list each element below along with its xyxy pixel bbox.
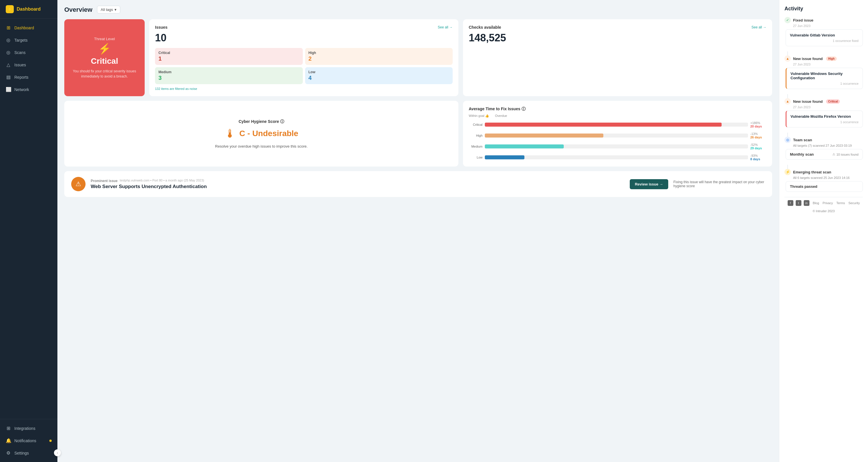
sidebar-item-issues[interactable]: △ Issues — [0, 59, 57, 71]
sidebar-logo-text: Dashboard — [17, 7, 41, 12]
avg-time-subtitle: Within goal 👍 Overdue — [469, 114, 766, 118]
activity-type-label: New issue found — [793, 99, 823, 104]
medium-label: Medium — [158, 70, 299, 74]
threat-level-text: Critical — [91, 57, 118, 66]
avg-row-critical: Critical +186% 20 days — [469, 121, 766, 128]
sidebar-item-reports[interactable]: ▤ Reports — [0, 71, 57, 83]
scan-name: Monthly scan — [790, 152, 814, 156]
activity-card-sub: 1 occurrence — [790, 82, 859, 85]
hygiene-title: Cyber Hygiene Score ⓘ — [239, 119, 284, 124]
medium-count: 3 — [158, 75, 299, 81]
page-title: Overview — [64, 6, 92, 13]
checks-available-card: Checks available See all → 148,525 — [463, 19, 772, 96]
low-label: Low — [309, 70, 450, 74]
main-header: Overview All tags ▾ — [64, 6, 772, 13]
security-link[interactable]: Security — [848, 201, 860, 205]
linkedin-icon[interactable]: in — [804, 200, 809, 206]
sidebar-item-targets[interactable]: ◎ Targets — [0, 34, 57, 46]
terms-link[interactable]: Terms — [836, 201, 845, 205]
targets-icon: ◎ — [6, 37, 11, 43]
tag-filter-label: All tags — [101, 7, 113, 12]
activity-new-critical: ▲ New issue found Critical 27 Jun 2023 V… — [784, 98, 863, 127]
sidebar-item-notifications[interactable]: 🔔 Notifications — [0, 434, 57, 447]
privacy-link[interactable]: Privacy — [823, 201, 833, 205]
activity-card-title: Vulnerable Gitlab Version — [790, 33, 859, 37]
issues-total-count: 10 — [155, 32, 453, 44]
avg-row-medium: Medium -52% 29 days — [469, 143, 766, 150]
prominent-label: Prominent issue — [91, 179, 117, 183]
facebook-icon[interactable]: f — [787, 200, 794, 206]
issues-severity-grid: Critical 1 High 2 Medium 3 Low 4 — [155, 48, 453, 84]
medium-bar — [485, 145, 564, 149]
high-pct: -13% — [750, 132, 758, 135]
sidebar-item-integrations[interactable]: ⊞ Integrations — [0, 422, 57, 434]
high-label: High — [309, 51, 450, 55]
avg-time-header: Average Time to Fix Issues ⓘ — [469, 106, 766, 112]
sidebar-item-scans[interactable]: ◎ Scans — [0, 46, 57, 59]
sidebar-logo[interactable]: ⚡ Dashboard — [0, 0, 57, 19]
activity-item-header: ▲ New issue found Critical — [784, 98, 863, 104]
hygiene-score-row: 🌡 C - Undesirable — [224, 127, 298, 140]
high-count: 2 — [309, 55, 450, 62]
sidebar-item-network[interactable]: ⬜ Network — [0, 83, 57, 96]
activity-connector — [787, 133, 788, 137]
activity-item-header: ▲ New issue found High — [784, 55, 863, 62]
activity-card-high[interactable]: Vulnerable Windows Security Configuratio… — [786, 68, 863, 89]
activity-card-fixed[interactable]: Vulnerable Gitlab Version 1 occurrence f… — [786, 29, 863, 46]
medium-days: 29 days — [750, 147, 762, 150]
prominent-meta: testphp.vulnweb.com • Port 80 • a month … — [120, 179, 204, 182]
noise-filter-text: 132 items are filtered as noise — [155, 87, 453, 90]
new-issue-critical-icon: ▲ — [784, 98, 791, 104]
twitter-icon[interactable]: t — [796, 200, 801, 206]
activity-type-label: Emerging threat scan — [793, 170, 831, 174]
checks-see-all-link[interactable]: See all → — [751, 25, 766, 29]
checks-card-header: Checks available See all → — [469, 25, 766, 30]
sidebar-item-label: Notifications — [14, 438, 36, 443]
emerging-scan-card[interactable]: Threats passed — [786, 181, 863, 192]
low-row-label: Low — [469, 156, 483, 159]
team-scan-icon: ◎ — [784, 137, 791, 143]
critical-bar-container — [485, 123, 748, 127]
main-content: Overview All tags ▾ Threat Level ⚡ Criti… — [57, 0, 779, 462]
activity-team-scan: ◎ Team scan All targets (7) scanned 27 J… — [784, 137, 863, 160]
issues-card-header: Issues See all → — [155, 25, 453, 30]
low-bar — [485, 155, 524, 159]
sidebar-item-dashboard[interactable]: ⊞ Dashboard — [0, 22, 57, 34]
issues-card: Issues See all → 10 Critical 1 High 2 Me… — [149, 19, 458, 96]
medium-issues-box[interactable]: Medium 3 — [155, 67, 303, 84]
high-issues-box[interactable]: High 2 — [305, 48, 453, 65]
avg-row-low: Low -93% 8 days — [469, 154, 766, 161]
notifications-icon: 🔔 — [6, 438, 11, 443]
footer-links: f t in Blog Privacy Terms Security © Int… — [784, 197, 863, 216]
high-days: 26 days — [750, 135, 762, 139]
low-issues-box[interactable]: Low 4 — [305, 67, 453, 84]
low-days: 8 days — [750, 157, 760, 161]
sidebar-item-label: Reports — [14, 75, 28, 80]
copyright-text: © Intruder 2023 — [813, 209, 835, 213]
sidebar-collapse-button[interactable]: ‹ — [54, 450, 61, 456]
issues-found-text: 10 issues found — [836, 153, 859, 156]
activity-card-critical[interactable]: Vulnerable Mozilla Firefox Version 1 occ… — [786, 111, 863, 127]
threat-level-card: Threat Level ⚡ Critical You should fix y… — [64, 19, 145, 96]
reports-icon: ▤ — [6, 74, 11, 80]
sidebar-item-settings[interactable]: ⚙ Settings — [0, 447, 57, 459]
tag-filter-select[interactable]: All tags ▾ — [97, 6, 121, 13]
cyber-hygiene-card: Cyber Hygiene Score ⓘ 🌡 C - Undesirable … — [64, 101, 458, 166]
prominent-title: Web Server Supports Unencrypted Authenti… — [91, 184, 625, 189]
critical-issues-box[interactable]: Critical 1 — [155, 48, 303, 65]
new-issue-warning-icon: ▲ — [784, 55, 791, 62]
high-row-label: High — [469, 134, 483, 137]
avg-row-high: High -13% 26 days — [469, 132, 766, 139]
activity-type-label: Fixed issue — [793, 18, 813, 22]
team-scan-card[interactable]: Monthly scan ⚠ 10 issues found — [786, 149, 863, 160]
issues-see-all-link[interactable]: See all → — [438, 25, 453, 29]
medium-bar-container — [485, 145, 748, 149]
sidebar-item-label: Scans — [14, 50, 26, 55]
blog-link[interactable]: Blog — [813, 201, 819, 205]
review-issue-button[interactable]: Review issue → — [630, 179, 668, 189]
sidebar-item-label: Network — [14, 87, 29, 92]
medium-pct: -52% — [750, 143, 758, 147]
dashboard-icon: ⊞ — [6, 25, 11, 30]
high-row-info: -13% 26 days — [750, 132, 766, 139]
activity-card-sub: 1 occurrence fixed — [790, 39, 859, 42]
